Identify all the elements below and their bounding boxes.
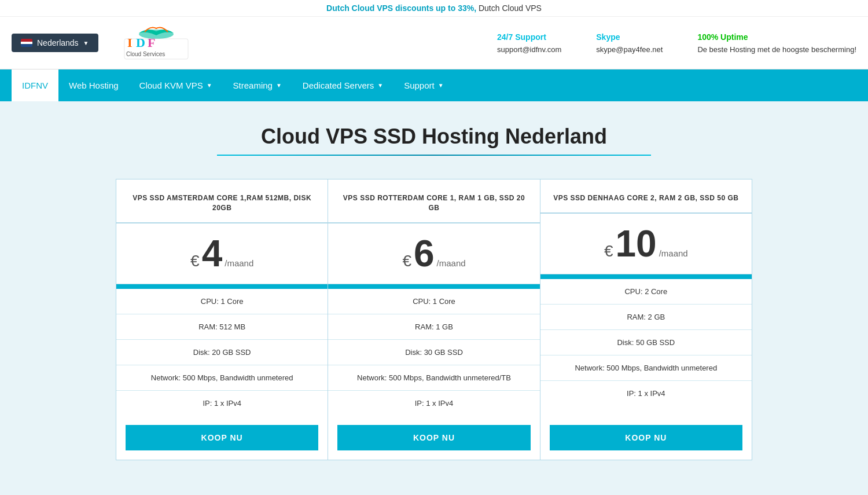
price-number: 4 (202, 235, 223, 272)
buy-button-rotterdam[interactable]: KOOP NU (337, 425, 530, 450)
card-stripe (328, 284, 539, 289)
buy-button-amsterdam[interactable]: KOOP NU (126, 425, 318, 450)
buy-button-denhaag[interactable]: KOOP NU (550, 425, 742, 450)
per-month: /maand (437, 258, 466, 268)
contact-uptime: 100% Uptime De beste Hosting met de hoog… (697, 32, 856, 54)
card-specs-rotterdam: CPU: 1 Core RAM: 1 GB Disk: 30 GB SSD Ne… (328, 289, 539, 416)
per-month: /maand (659, 248, 688, 258)
price-number: 6 (414, 235, 435, 272)
nav-item-idfnv[interactable]: IDFNV (12, 69, 58, 101)
card-footer-rotterdam: KOOP NU (328, 416, 539, 460)
spec-cpu: CPU: 1 Core (328, 289, 539, 314)
card-footer-amsterdam: KOOP NU (116, 416, 328, 460)
skype-value: skype@pay4fee.net (596, 45, 663, 54)
price-number: 10 (615, 225, 656, 262)
top-bar: Nederlands ▼ I D F Cloud Services 24/ (0, 17, 868, 69)
spec-disk: Disk: 20 GB SSD (116, 340, 328, 365)
card-title-denhaag: VPS SSD DENHAAG CORE 2, RAM 2 GB, SSD 50… (550, 193, 742, 203)
contact-skype: Skype skype@pay4fee.net (596, 32, 663, 54)
contact-support: 24/7 Support support@idfnv.com (497, 32, 561, 54)
logo-area: I D F Cloud Services (116, 23, 197, 63)
svg-text:F: F (148, 35, 155, 50)
uptime-label: 100% Uptime (697, 32, 856, 42)
chevron-down-icon: ▼ (83, 40, 89, 46)
spec-cpu: CPU: 2 Core (540, 279, 752, 305)
logo[interactable]: I D F Cloud Services (116, 23, 197, 63)
svg-text:I: I (127, 35, 133, 50)
title-underline (217, 155, 651, 156)
support-label: 24/7 Support (497, 32, 561, 42)
per-month: /maand (225, 258, 253, 268)
card-amsterdam: VPS SSD AMSTERDAM CORE 1,RAM 512MB, DISK… (116, 179, 328, 460)
card-title-rotterdam: VPS SSD ROTTERDAM CORE 1, RAM 1 GB, SSD … (337, 193, 530, 213)
main-nav: IDFNV Web Hosting Cloud KVM VPS ▼ Stream… (0, 69, 868, 101)
chevron-down-icon: ▼ (207, 82, 212, 89)
nav-item-support[interactable]: Support ▼ (393, 69, 454, 101)
cards-container: VPS SSD AMSTERDAM CORE 1,RAM 512MB, DISK… (116, 179, 752, 460)
card-price-amsterdam: € 4 /maand (116, 223, 328, 284)
svg-text:Cloud Services: Cloud Services (126, 51, 165, 57)
netherlands-flag-icon (21, 39, 32, 47)
nav-item-web-hosting[interactable]: Web Hosting (58, 69, 129, 101)
euro-sign: € (190, 252, 200, 270)
spec-ip: IP: 1 x IPv4 (116, 391, 328, 416)
spec-ip: IP: 1 x IPv4 (540, 381, 752, 406)
card-denhaag: VPS SSD DENHAAG CORE 2, RAM 2 GB, SSD 50… (540, 179, 752, 460)
card-price-denhaag: € 10 /maand (540, 214, 752, 274)
spec-cpu: CPU: 1 Core (116, 289, 328, 314)
chevron-down-icon: ▼ (438, 82, 444, 89)
euro-sign: € (402, 252, 411, 270)
svg-text:D: D (136, 35, 145, 50)
discount-normal: Dutch Cloud VPS (479, 3, 542, 13)
card-stripe (540, 274, 752, 279)
uptime-value: De beste Hosting met de hoogste bescherm… (697, 45, 856, 54)
support-value: support@idfnv.com (497, 45, 561, 54)
spec-ram: RAM: 2 GB (540, 305, 752, 330)
card-header-amsterdam: VPS SSD AMSTERDAM CORE 1,RAM 512MB, DISK… (116, 179, 328, 223)
language-selector[interactable]: Nederlands ▼ (12, 34, 98, 52)
discount-banner: Dutch Cloud VPS discounts up to 33%, Dut… (0, 0, 868, 17)
card-header-denhaag: VPS SSD DENHAAG CORE 2, RAM 2 GB, SSD 50… (540, 179, 752, 214)
chevron-down-icon: ▼ (276, 82, 282, 89)
spec-ram: RAM: 1 GB (328, 314, 539, 340)
discount-highlight: Dutch Cloud VPS discounts up to 33%, (326, 3, 476, 13)
nav-item-cloud-kvm-vps[interactable]: Cloud KVM VPS ▼ (129, 69, 223, 101)
card-specs-amsterdam: CPU: 1 Core RAM: 512 MB Disk: 20 GB SSD … (116, 289, 328, 416)
contact-area: 24/7 Support support@idfnv.com Skype sky… (497, 32, 856, 54)
main-content: Cloud VPS SSD Hosting Nederland VPS SSD … (0, 101, 868, 483)
nav-item-streaming[interactable]: Streaming ▼ (223, 69, 292, 101)
chevron-down-icon: ▼ (377, 82, 383, 89)
nav-item-dedicated-servers[interactable]: Dedicated Servers ▼ (292, 69, 393, 101)
card-price-rotterdam: € 6 /maand (328, 223, 539, 284)
card-stripe (116, 284, 328, 289)
spec-disk: Disk: 30 GB SSD (328, 340, 539, 365)
spec-ram: RAM: 512 MB (116, 314, 328, 340)
card-rotterdam: VPS SSD ROTTERDAM CORE 1, RAM 1 GB, SSD … (328, 179, 540, 460)
card-header-rotterdam: VPS SSD ROTTERDAM CORE 1, RAM 1 GB, SSD … (328, 179, 539, 223)
spec-ip: IP: 1 x IPv4 (328, 391, 539, 416)
spec-disk: Disk: 50 GB SSD (540, 330, 752, 355)
card-footer-denhaag: KOOP NU (540, 416, 752, 460)
language-label: Nederlands (37, 38, 79, 47)
spec-network: Network: 500 Mbps, Bandwidth unmetered (116, 365, 328, 391)
card-specs-denhaag: CPU: 2 Core RAM: 2 GB Disk: 50 GB SSD Ne… (540, 279, 752, 416)
spec-network: Network: 500 Mbps, Bandwidth unmetered/T… (328, 365, 539, 391)
euro-sign: € (604, 242, 613, 261)
spec-network: Network: 500 Mbps, Bandwidth unmetered (540, 355, 752, 381)
card-title-amsterdam: VPS SSD AMSTERDAM CORE 1,RAM 512MB, DISK… (126, 193, 318, 213)
skype-label: Skype (596, 32, 663, 42)
page-title: Cloud VPS SSD Hosting Nederland (12, 124, 856, 149)
